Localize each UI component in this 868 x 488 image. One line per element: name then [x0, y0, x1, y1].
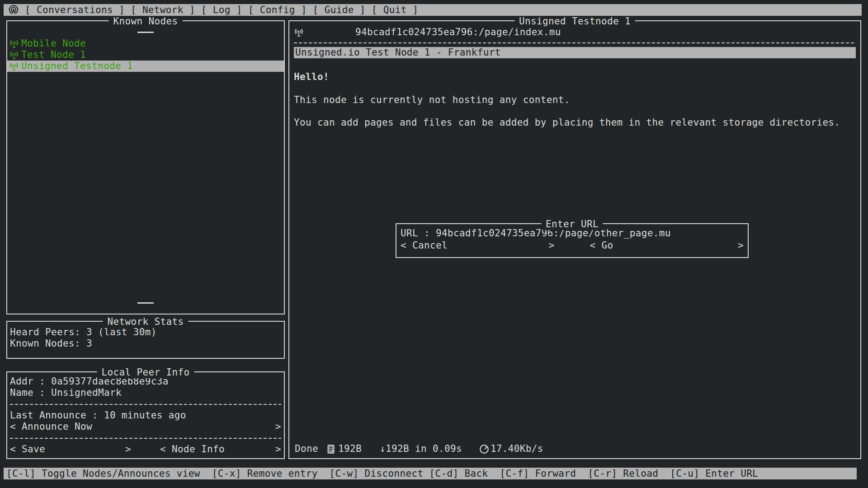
page-paragraph: You can add pages and files can be added… [294, 117, 856, 128]
url-bar[interactable]: 94bcadf1c024735ea796:/page/index.mu [294, 27, 856, 38]
divider [10, 399, 281, 410]
page-heading: Unsigned.io Test Node 1 - Frankfurt [294, 47, 856, 58]
node-item-unsigned-testnode-1[interactable]: Unsigned Testnode 1 [7, 61, 284, 72]
cancel-button[interactable]: < Cancel > [401, 240, 555, 251]
status-size: 192B [338, 443, 362, 455]
network-stats-panel: Network Stats Heard Peers: 3 (last 30m) … [6, 321, 285, 359]
browser-title: Unsigned Testnode 1 [514, 16, 635, 27]
shortcut-bar: [C-l] Toggle Nodes/Announces view [C-x] … [4, 468, 857, 479]
nomadnet-logo-icon [8, 5, 19, 15]
browser-panel: Unsigned Testnode 1 94bcadf1c024735ea796… [288, 20, 861, 459]
go-button[interactable]: < Go > [590, 240, 744, 251]
enter-url-dialog: Enter URL URL : 94bcadf1c024735ea796:/pa… [396, 223, 749, 258]
status-transfer: ↓192B in 0.09s [380, 443, 462, 455]
browser-status-bar: Done 192B ↓192B in 0.09s 17.40Kb/s [295, 443, 543, 455]
menu-network[interactable]: [ Network ] [131, 5, 195, 16]
node-info-button[interactable]: < Node Info > [160, 444, 281, 455]
enter-url-dialog-title: Enter URL [541, 219, 603, 230]
peer-name: Name : UnsignedMark [10, 387, 281, 399]
network-stats-title: Network Stats [103, 316, 189, 328]
nomadnet-screen: [ Conversations ] [ Network ] [ Log ] [ … [0, 0, 868, 488]
node-item-test-node-1[interactable]: Test Node 1 [7, 49, 284, 61]
page-greeting: Hello! [294, 71, 856, 83]
heard-peers-stat: Heard Peers: 3 (last 30m) [10, 327, 284, 338]
last-announce: Last Announce : 10 minutes ago [10, 410, 281, 421]
status-state: Done [295, 443, 318, 455]
divider [10, 432, 281, 444]
menu-bar: [ Conversations ] [ Network ] [ Log ] [ … [4, 4, 862, 16]
scroll-indicator-top [137, 32, 154, 33]
known-nodes-stat: Known Nodes: 3 [10, 338, 284, 349]
status-speed: 17.40Kb/s [491, 443, 543, 455]
known-nodes-title: Known Nodes [109, 16, 183, 27]
menu-conversations[interactable]: [ Conversations ] [25, 5, 125, 16]
node-item-label: Unsigned Testnode 1 [21, 61, 133, 72]
antenna-icon [9, 39, 19, 49]
antenna-icon [9, 61, 19, 71]
node-list: Mobile Node Test Node 1 [7, 38, 284, 72]
local-peer-info-panel: Local Peer Info Addr : 0a59377daec8eb8e9… [6, 371, 285, 459]
node-item-mobile-node[interactable]: Mobile Node [7, 38, 284, 49]
local-peer-info-title: Local Peer Info [97, 367, 194, 378]
menu-log[interactable]: [ Log ] [201, 5, 242, 16]
node-item-label: Test Node 1 [21, 49, 86, 61]
scroll-indicator-bottom [137, 302, 154, 304]
announce-now-button[interactable]: < Announce Now > [10, 421, 281, 432]
menu-quit[interactable]: [ Quit ] [372, 5, 419, 16]
speed-gauge-icon [479, 444, 489, 454]
divider [294, 42, 856, 43]
page-paragraph: This node is currently not hosting any c… [294, 94, 856, 106]
known-nodes-panel: Known Nodes Mobile Node [6, 20, 285, 314]
url-text: 94bcadf1c024735ea796:/page/index.mu [355, 27, 561, 38]
save-button[interactable]: < Save > [10, 444, 131, 455]
node-item-label: Mobile Node [21, 38, 86, 49]
document-size-icon [326, 444, 335, 454]
antenna-icon [9, 50, 19, 60]
